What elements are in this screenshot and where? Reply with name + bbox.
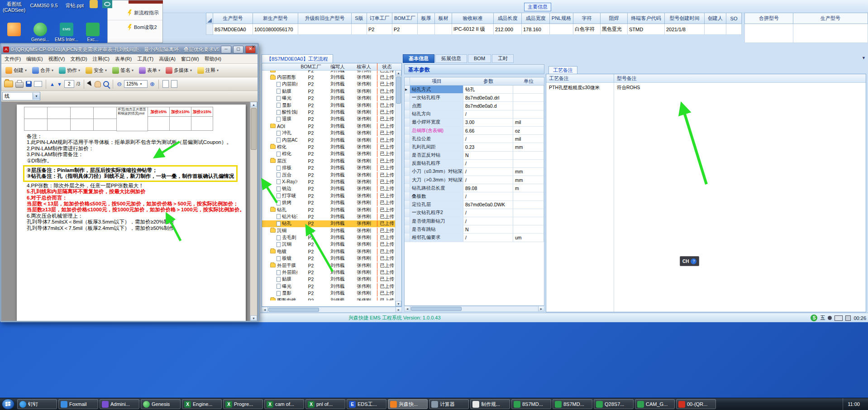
taskbar-button[interactable]: Genesis	[141, 399, 181, 409]
tree-row[interactable]: 曝光 P2 刘伟巍 张伟刚 已上传	[262, 283, 401, 290]
scroll-left-icon[interactable]: ◄	[405, 306, 410, 311]
tree-row[interactable]: 图形电镀 P2 刘伟巍 张伟刚 已上传	[262, 297, 401, 300]
process-note-value[interactable]: PTH孔壁粗糙度≤30微米	[546, 83, 614, 312]
tree-row[interactable]: 钻孔 P2 刘伟巍 张伟刚 已上传	[262, 206, 401, 213]
param-row[interactable]: 点图 8s7md0e0a0.d	[405, 102, 544, 110]
table-cell[interactable]	[418, 24, 435, 35]
column-header[interactable]: 生产型号	[793, 13, 868, 24]
open-file-icon[interactable]	[4, 81, 13, 87]
param-value-cell[interactable]: /	[463, 110, 513, 119]
taskbar-button[interactable]: pnl of...	[305, 399, 345, 409]
table-cell[interactable]	[298, 24, 352, 35]
tree-row[interactable]: 贴膜 P2 刘伟巍 张伟刚 已上传	[262, 276, 401, 283]
pdf-titlebar[interactable]: A 0-(QR)QMS-CP-09-01(A)PCN变更需求评审表-孔到线间距、…	[1, 44, 258, 54]
taskbar-button[interactable]: Q28S7...	[594, 399, 634, 409]
param-value-cell[interactable]: 3.00	[463, 119, 513, 127]
scrollbar-thumb[interactable]	[268, 308, 319, 312]
tab-process-notes[interactable]: 工艺备注	[548, 66, 577, 74]
desktop-icon[interactable]: Exc...	[81, 23, 105, 42]
grid-icon[interactable]	[845, 315, 851, 321]
tree-row[interactable]: 排板 P2 刘伟巍 张伟刚 已上传	[262, 164, 401, 171]
scrollbar-thumb[interactable]	[396, 76, 401, 104]
scroll-down-icon[interactable]: ▼	[396, 301, 401, 306]
param-value-cell[interactable]: /	[463, 160, 513, 168]
table-cell[interactable]	[744, 24, 793, 43]
param-row[interactable]: 是否正反对钻 N	[405, 152, 544, 160]
desktop-icon[interactable]	[2, 23, 26, 42]
basic-params-section-bar[interactable]: 基本参数	[404, 64, 544, 74]
column-header[interactable]: 订单工厂	[367, 13, 392, 24]
taskbar-button[interactable]: CAM_G...	[635, 399, 675, 409]
column-header[interactable]: 工艺备注	[546, 74, 614, 82]
pdf-vertical-scrollbar[interactable]: ▲ ▼	[250, 102, 257, 321]
table-cell[interactable]: 2021/1/8	[665, 24, 705, 35]
table-cell[interactable]: P2	[392, 24, 418, 35]
column-header[interactable]: 新生产型号	[253, 13, 298, 24]
pdf-tool-button[interactable]: 创建 ▾	[3, 66, 29, 75]
model-note-value[interactable]: 符合ROHS	[614, 83, 866, 312]
tree-row[interactable]: P2 刘伟巍 张伟刚 已上传	[262, 71, 401, 74]
menu-item[interactable]: 文档(D)	[68, 55, 89, 63]
menu-item[interactable]: 视图(V)	[46, 55, 67, 63]
tree-row[interactable]: 电镀 P2 刘伟巍 张伟刚 已上传	[262, 248, 401, 255]
pdf-tool-button[interactable]: 协作 ▾	[57, 66, 82, 75]
column-header[interactable]: 生产型号	[213, 13, 253, 24]
tree-row[interactable]: 酸性蚀刻 P2 刘伟巍 张伟刚 已上传	[262, 109, 401, 115]
tree-row[interactable]: 铝片钻孔 P2 刘伟巍 张伟刚 已上传	[262, 213, 401, 220]
tree-row[interactable]: AOI P2 刘伟巍 张伟刚 已上传	[262, 123, 401, 129]
tree-row[interactable]: 冲孔 P2 刘伟巍 张伟刚 已上传	[262, 130, 401, 137]
tree-row[interactable]: 内层图形 P2 刘伟巍 张伟刚 已上传	[262, 74, 401, 81]
next-page-icon[interactable]: ▼	[57, 81, 62, 87]
param-row[interactable]: 小刀（≤0.3mm）对钻深度 / mm	[405, 168, 544, 176]
maximize-button[interactable]: ▢	[233, 46, 243, 53]
tree-horizontal-scrollbar[interactable]: ◄ ►	[262, 307, 402, 313]
param-row[interactable]: 定位孔层 8s7md0e0a0.DWK	[405, 201, 544, 209]
tab-process-flow[interactable]: 【8S7MD0E0A0】工艺流程	[262, 54, 333, 63]
taskbar-button[interactable]: Foxmail	[58, 399, 98, 409]
menu-item[interactable]: 编辑(E)	[24, 55, 45, 63]
tree-row[interactable]: 钻孔 P2 刘伟巍 张伟刚 已上传	[262, 220, 401, 227]
desktop-icon-partial[interactable]	[90, 0, 98, 8]
wubi-indicator[interactable]: 五	[820, 315, 825, 321]
fit-page-icon[interactable]	[171, 80, 177, 88]
param-row[interactable]: 反面钻孔程序 /	[405, 160, 544, 168]
table-cell[interactable]: 8S7MD0E0A0	[213, 24, 253, 35]
taskbar-button[interactable]: cam of...	[264, 399, 304, 409]
menu-item[interactable]: 工具(T)	[135, 55, 156, 63]
column-header[interactable]: 验收标准	[452, 13, 494, 24]
param-value-cell[interactable]: N	[463, 152, 513, 160]
scroll-right-icon[interactable]: ►	[538, 306, 544, 311]
column-header[interactable]: 成品长度	[494, 13, 522, 24]
taskbar-clock[interactable]: 11:00	[843, 398, 864, 410]
table-cell[interactable]: 10010800056170	[253, 24, 298, 35]
param-row[interactable]: 大刀（>0.3mm）对钻深度 / mm	[405, 176, 544, 184]
tree-row[interactable]: 去毛刺 P2 刘伟巍 张伟刚 已上传	[262, 234, 401, 241]
pdf-tool-button[interactable]: 合并 ▾	[30, 66, 56, 75]
pdf-content-area[interactable]: 环宽(包含正片层压和铜皮的情况)/mil 加价≥5% 加价≥10% 加价≥15%	[1, 102, 258, 321]
param-value-cell[interactable]: /	[463, 234, 513, 242]
column-header[interactable]: 编写人	[324, 63, 351, 70]
email-icon[interactable]	[34, 81, 42, 87]
pdf-tool-button[interactable]: 多媒体 ▾	[163, 66, 194, 75]
scrollbar-thumb[interactable]	[411, 307, 462, 311]
param-row[interactable]: 一次钻孔程序 8s7md0e0a0.drl	[405, 94, 544, 102]
print-icon[interactable]	[15, 82, 24, 88]
menu-item[interactable]: 高级(A)	[157, 55, 178, 63]
param-value-cell[interactable]: 8s7md0e0a0.d	[463, 102, 513, 110]
language-bar[interactable]: CH ?	[680, 256, 699, 266]
column-header[interactable]: 型号创建时间	[665, 13, 705, 24]
select-tool-icon[interactable]	[87, 81, 94, 87]
param-value-cell[interactable]: /	[463, 135, 513, 143]
gear-icon[interactable]	[102, 0, 112, 8]
param-value-cell[interactable]: /	[463, 217, 513, 225]
param-value-cell[interactable]: 8s7md0e0a0.drl	[463, 94, 513, 102]
param-value-cell[interactable]: 6.66	[463, 127, 513, 135]
desktop-icon-ppt[interactable]: 背钻.ppt	[62, 3, 87, 9]
pdf-tool-button[interactable]: 签名 ▾	[110, 66, 136, 75]
column-header[interactable]: SO	[726, 13, 742, 24]
desktop-icon[interactable]: EMS Inter...	[54, 23, 79, 42]
column-header[interactable]: BOM工厂	[297, 63, 324, 70]
column-header[interactable]: 板厚	[418, 13, 435, 24]
table-cell[interactable]	[352, 24, 367, 35]
scroll-down-icon[interactable]: ▼	[250, 315, 257, 321]
